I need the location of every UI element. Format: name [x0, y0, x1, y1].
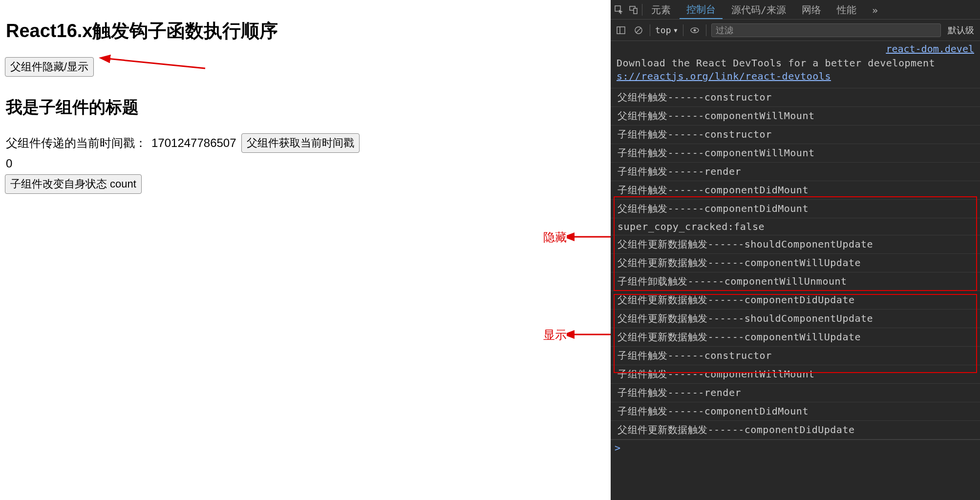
context-selector[interactable]: top ▾ — [655, 25, 678, 35]
source-file-link[interactable]: react-dom.devel — [611, 41, 980, 55]
sidebar-toggle-icon[interactable] — [615, 24, 627, 37]
devtools-panel: 元素 控制台 源代码/来源 网络 性能 » top ▾ 过滤 默认级 react… — [611, 0, 980, 500]
annotation-arrow-hide — [567, 229, 616, 244]
console-log-line: 子组件触发------constructor — [611, 347, 980, 365]
log-list: 父组件触发------constructor父组件触发------compone… — [611, 88, 980, 439]
tab-divider — [642, 4, 642, 16]
devtools-tabs: 元素 控制台 源代码/来源 网络 性能 » — [611, 0, 980, 20]
toggle-visibility-button[interactable]: 父组件隐藏/显示 — [5, 57, 94, 77]
console-log-line: 子组件触发------render — [611, 384, 980, 402]
console-log-line: 父组件更新数据触发------componentDidUpdate — [611, 291, 980, 310]
clear-console-icon[interactable] — [632, 24, 645, 37]
console-log-line: 父组件更新数据触发------componentWillUpdate — [611, 254, 980, 272]
svg-line-9 — [636, 28, 641, 33]
filter-input[interactable]: 过滤 — [711, 23, 941, 37]
tabs-overflow-icon[interactable]: » — [865, 1, 885, 18]
tab-elements[interactable]: 元素 — [644, 0, 678, 19]
filter-placeholder: 过滤 — [716, 24, 733, 36]
devtools-download-link[interactable]: s://reactjs.org/link/react-devtools — [617, 70, 831, 82]
console-body: react-dom.devel Download the React DevTo… — [611, 41, 980, 500]
devtools-download-message: Download the React DevTools for a better… — [611, 55, 980, 88]
console-log-line: 子组件卸载触发------componentWillUnmount — [611, 272, 980, 291]
annotation-arrow-toggle — [98, 44, 220, 73]
console-log-line: 子组件触发------render — [611, 163, 980, 181]
svg-point-11 — [694, 29, 696, 31]
console-log-line: 子组件触发------componentDidMount — [611, 181, 980, 200]
toolbar-divider-3 — [706, 24, 706, 36]
console-log-line: 子组件触发------componentWillMount — [611, 365, 980, 384]
console-prompt[interactable]: > — [611, 439, 980, 456]
app-page: React16.x触发钩子函数执行顺序 父组件隐藏/显示 我是子组件的标题 父组… — [0, 0, 611, 500]
annotation-arrow-show — [567, 327, 616, 342]
device-icon[interactable] — [627, 3, 640, 16]
console-log-line: 父组件更新数据触发------shouldComponentUpdate — [611, 310, 980, 328]
svg-rect-5 — [634, 8, 637, 14]
page-title: React16.x触发钩子函数执行顺序 — [6, 19, 606, 43]
console-log-line: 父组件触发------componentDidMount — [611, 200, 980, 218]
tab-console[interactable]: 控制台 — [680, 0, 723, 19]
count-value: 0 — [6, 157, 606, 170]
console-toolbar: top ▾ 过滤 默认级 — [611, 20, 980, 41]
child-component-title: 我是子组件的标题 — [6, 96, 606, 119]
live-expression-icon[interactable] — [688, 24, 701, 37]
context-label: top — [655, 25, 671, 35]
timestamp-label: 父组件传递的当前时间戳： — [6, 135, 147, 151]
toolbar-divider-2 — [683, 24, 683, 36]
download-msg-text: Download the React DevTools for a better… — [617, 57, 935, 69]
timestamp-row: 父组件传递的当前时间戳： 1701247786507 父组件获取当前时间戳 — [6, 133, 606, 153]
tab-sources[interactable]: 源代码/来源 — [724, 0, 793, 19]
svg-rect-6 — [617, 27, 625, 34]
console-log-line: 子组件触发------componentWillMount — [611, 144, 980, 163]
console-log-line: super_copy_cracked:false — [611, 218, 980, 235]
timestamp-value: 1701247786507 — [151, 136, 236, 150]
annotation-hide-label: 隐藏 — [543, 229, 567, 245]
toolbar-divider — [650, 24, 650, 36]
annotation-show-label: 显示 — [543, 327, 567, 343]
tab-performance[interactable]: 性能 — [830, 0, 863, 19]
console-log-line: 子组件触发------componentDidMount — [611, 402, 980, 421]
console-log-line: 父组件触发------constructor — [611, 88, 980, 107]
console-log-line: 子组件触发------constructor — [611, 125, 980, 144]
svg-line-0 — [107, 59, 205, 68]
console-log-line: 父组件更新数据触发------componentDidUpdate — [611, 421, 980, 439]
get-timestamp-button[interactable]: 父组件获取当前时间戳 — [241, 133, 360, 153]
console-log-line: 父组件更新数据触发------shouldComponentUpdate — [611, 235, 980, 254]
tab-network[interactable]: 网络 — [795, 0, 828, 19]
log-level-selector[interactable]: 默认级 — [946, 24, 976, 36]
console-log-line: 父组件触发------componentWillMount — [611, 107, 980, 125]
change-count-button[interactable]: 子组件改变自身状态 count — [5, 174, 142, 194]
chevron-down-icon: ▾ — [673, 25, 679, 35]
console-log-line: 父组件更新数据触发------componentWillUpdate — [611, 328, 980, 347]
inspect-icon[interactable] — [613, 3, 625, 16]
